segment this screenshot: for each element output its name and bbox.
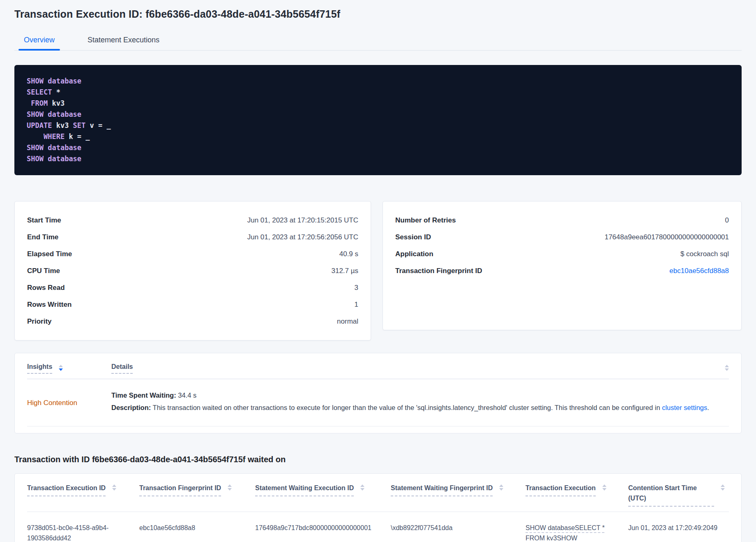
- summary-cards: Start Time Jun 01, 2023 at 17:20:15:2015…: [14, 201, 742, 340]
- cell-statement-waiting-execution-id: 176498a9c717bdc80000000000000001: [255, 523, 391, 542]
- sql-line: FROM kv3: [27, 98, 729, 109]
- sort-icon[interactable]: [59, 365, 63, 371]
- stat-value: normal: [337, 317, 358, 326]
- stat-label: Start Time: [27, 216, 61, 225]
- sql-text: [44, 77, 48, 85]
- column-header-contention-start-time[interactable]: Contention Start Time (UTC): [628, 483, 729, 507]
- stat-row-start-time: Start Time Jun 01, 2023 at 17:20:15:2015…: [27, 212, 358, 229]
- sql-line: SHOW database: [27, 76, 729, 87]
- execution-stats-card: Start Time Jun 01, 2023 at 17:20:15:2015…: [14, 201, 371, 340]
- cell-contention-start-time: Jun 01, 2023 at 17:20:49:2049: [628, 523, 729, 542]
- insights-card-footer: [27, 426, 729, 433]
- sql-text: [44, 155, 48, 163]
- column-label: Transaction Fingerprint ID: [139, 483, 221, 496]
- sql-keyword: WHERE: [44, 132, 65, 141]
- sql-line: SHOW database: [27, 109, 729, 120]
- sql-keyword: SHOW: [27, 110, 44, 118]
- stat-value: 0: [725, 216, 729, 225]
- sql-text: [27, 132, 44, 141]
- sql-keyword: database: [48, 155, 81, 163]
- sql-text: k = _: [65, 132, 90, 141]
- stat-label: Priority: [27, 317, 52, 326]
- column-header-transaction-fingerprint-id[interactable]: Transaction Fingerprint ID: [139, 483, 255, 507]
- stat-label: Session ID: [395, 233, 431, 241]
- time-spent-waiting: Time Spent Waiting: 34.4 s: [111, 389, 729, 401]
- column-header-statement-waiting-fingerprint-id[interactable]: Statement Waiting Fingerprint ID: [391, 483, 526, 507]
- stat-value: Jun 01, 2023 at 17:20:56:2056 UTC: [247, 233, 358, 241]
- column-label: Transaction Execution: [526, 483, 596, 496]
- sort-icon[interactable]: [721, 484, 725, 491]
- description-label: Description:: [111, 404, 151, 411]
- stat-row-session-id: Session ID 17648a9eea6017800000000000000…: [395, 229, 729, 246]
- sql-text: [27, 99, 31, 107]
- sql-keyword: SHOW: [27, 155, 44, 163]
- insight-description: Description: This transaction waited on …: [111, 401, 729, 414]
- column-label: Transaction Execution ID: [27, 483, 106, 496]
- stat-label: Rows Written: [27, 301, 71, 309]
- sort-icon[interactable]: [360, 484, 364, 491]
- sql-text: kv3: [52, 121, 73, 130]
- waited-on-table-header: Transaction Execution ID Transaction Fin…: [27, 474, 729, 512]
- transaction-fingerprint-link[interactable]: ebc10ae56cfd88a8: [669, 267, 729, 275]
- column-header-insights[interactable]: Insights: [27, 363, 111, 374]
- stat-row-application: Application $ cockroach sql: [395, 246, 729, 263]
- stat-row-transaction-fingerprint-id: Transaction Fingerprint ID ebc10ae56cfd8…: [395, 263, 729, 280]
- column-label: Insights: [27, 363, 52, 374]
- stat-value: 40.9 s: [339, 250, 358, 258]
- stat-row-cpu-time: CPU Time 312.7 µs: [27, 263, 358, 280]
- description-text: This transaction waited on other transac…: [151, 404, 662, 411]
- cell-transaction-execution: SHOW databaseSELECT * FROM kv3SHOW datab…: [526, 523, 628, 542]
- tab-statement-executions[interactable]: Statement Executions: [85, 32, 162, 50]
- sql-line: WHERE k = _: [27, 131, 729, 142]
- sql-text: *: [52, 88, 60, 96]
- sort-icon[interactable]: [602, 484, 606, 491]
- transaction-details-page: Transaction Execution ID: f6be6366-da03-…: [0, 0, 756, 542]
- sql-keyword: SET: [73, 121, 86, 130]
- sql-keyword: UPDATE: [27, 121, 52, 130]
- sql-keyword: SHOW: [27, 77, 44, 85]
- transaction-execution-link[interactable]: SHOW databaseSELECT * FROM kv3SHOW datab…: [526, 524, 605, 542]
- page-title: Transaction Execution ID: f6be6366-da03-…: [14, 8, 742, 20]
- cell-transaction-fingerprint-id: ebc10ae56cfd88a8: [139, 523, 255, 542]
- insight-row: High Contention Time Spent Waiting: 34.4…: [27, 379, 729, 426]
- column-label: Details: [111, 363, 133, 374]
- waited-on-table-card: Transaction Execution ID Transaction Fin…: [14, 473, 742, 542]
- stat-row-rows-read: Rows Read 3: [27, 280, 358, 296]
- insight-type-badge: High Contention: [27, 389, 111, 414]
- column-label: Statement Waiting Fingerprint ID: [391, 483, 493, 496]
- insights-table-header: Insights Details: [27, 353, 729, 379]
- stat-label: Transaction Fingerprint ID: [395, 267, 482, 275]
- waited-on-table-row: 9738d051-bc0e-4158-a9b4-1903586ddd42 ebc…: [27, 512, 729, 542]
- sql-text: [44, 110, 48, 118]
- sql-keyword: database: [48, 110, 81, 118]
- sql-keyword: SELECT: [27, 88, 52, 96]
- column-header-statement-waiting-execution-id[interactable]: Statement Waiting Execution ID: [255, 483, 391, 507]
- stat-value: $ cockroach sql: [680, 250, 729, 258]
- column-header-transaction-execution-id[interactable]: Transaction Execution ID: [27, 483, 139, 507]
- sql-keyword: SHOW: [27, 144, 44, 152]
- sql-statements-box: SHOW database SELECT * FROM kv3 SHOW dat…: [14, 65, 742, 175]
- sql-keyword: database: [48, 144, 81, 152]
- sql-text: v = _: [85, 121, 111, 130]
- column-header-extra[interactable]: [718, 363, 729, 371]
- stat-label: Number of Retries: [395, 216, 456, 225]
- sort-icon[interactable]: [112, 484, 116, 491]
- sql-keyword: FROM: [31, 99, 48, 107]
- sort-icon[interactable]: [499, 484, 503, 491]
- sort-icon[interactable]: [725, 365, 729, 371]
- stat-row-priority: Priority normal: [27, 313, 358, 330]
- stat-label: Elapsed Time: [27, 250, 72, 258]
- column-header-transaction-execution[interactable]: Transaction Execution: [526, 483, 628, 507]
- waiting-value: 34.4 s: [176, 391, 197, 399]
- cluster-settings-link[interactable]: cluster settings: [662, 404, 707, 411]
- description-suffix: .: [707, 404, 709, 411]
- stat-value: Jun 01, 2023 at 17:20:15:2015 UTC: [247, 216, 358, 225]
- stat-row-elapsed-time: Elapsed Time 40.9 s: [27, 246, 358, 263]
- tab-overview[interactable]: Overview: [21, 32, 57, 50]
- sort-icon[interactable]: [228, 484, 232, 491]
- column-header-details[interactable]: Details: [111, 363, 718, 374]
- insight-details: Time Spent Waiting: 34.4 s Description: …: [111, 389, 729, 414]
- sql-line: SELECT *: [27, 87, 729, 98]
- sql-line: SHOW database: [27, 153, 729, 164]
- cell-statement-waiting-fingerprint-id: \xdb8922f077541dda: [391, 523, 526, 542]
